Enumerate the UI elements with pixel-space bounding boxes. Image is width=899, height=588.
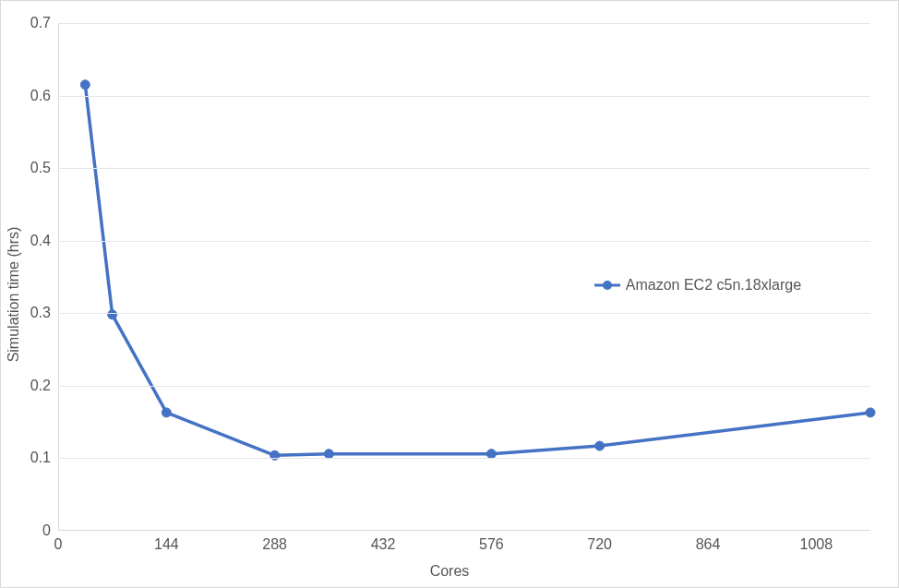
y-tick-label: 0.7 — [30, 15, 58, 31]
x-tick-label: 720 — [587, 531, 612, 553]
gridline — [58, 96, 870, 97]
data-point — [324, 450, 333, 459]
data-point — [486, 450, 496, 459]
data-point — [595, 441, 605, 450]
x-tick-label: 1008 — [800, 531, 833, 553]
gridline — [58, 241, 870, 242]
y-tick-label: 0.1 — [30, 450, 58, 466]
gridline — [58, 386, 870, 387]
gridline — [58, 23, 870, 24]
y-tick-label: 0.5 — [30, 160, 58, 176]
y-tick-label: 0.2 — [30, 378, 58, 394]
data-point — [80, 80, 90, 90]
data-point — [162, 408, 171, 417]
data-point — [866, 408, 875, 417]
x-tick-label: 864 — [696, 531, 721, 553]
legend-dot-icon — [603, 281, 612, 290]
plot-area: Amazon EC2 c5n.18xlarge 00.10.20.30.40.5… — [58, 23, 870, 531]
y-axis-title: Simulation time (hrs) — [6, 226, 22, 362]
legend-swatch — [594, 280, 620, 291]
series-line — [85, 85, 870, 456]
legend: Amazon EC2 c5n.18xlarge — [594, 277, 801, 294]
gridline — [58, 313, 870, 314]
x-tick-label: 576 — [479, 531, 504, 553]
x-axis-title: Cores — [430, 563, 470, 580]
y-tick-label: 0.4 — [30, 233, 58, 249]
legend-label: Amazon EC2 c5n.18xlarge — [626, 277, 801, 294]
gridline — [58, 168, 870, 169]
chart-frame: Simulation time (hrs) Amazon EC2 c5n.18x… — [0, 0, 899, 588]
x-tick-label: 144 — [154, 531, 179, 553]
y-tick-label: 0.3 — [30, 305, 58, 321]
gridline — [58, 458, 870, 459]
x-tick-label: 432 — [371, 531, 396, 553]
x-tick-label: 0 — [54, 531, 63, 553]
x-tick-label: 288 — [262, 531, 287, 553]
data-point — [108, 310, 117, 319]
y-tick-label: 0.6 — [30, 88, 58, 104]
